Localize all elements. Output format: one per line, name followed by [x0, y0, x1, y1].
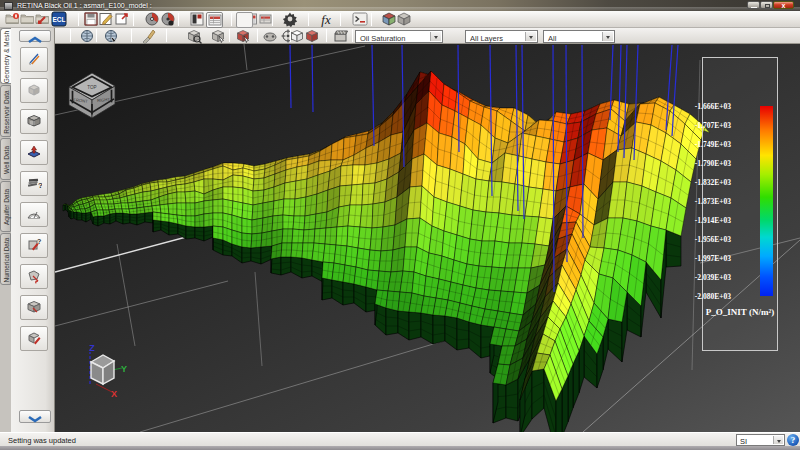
svg-text:?: ?: [37, 238, 41, 245]
svg-text:Z: Z: [89, 343, 95, 353]
svg-text:fx: fx: [321, 12, 331, 27]
svg-text:ECL: ECL: [53, 16, 66, 23]
svg-text:?: ?: [38, 181, 42, 190]
svg-text:Y: Y: [121, 364, 127, 374]
svg-text:X: X: [111, 389, 117, 399]
svg-text:TOP: TOP: [87, 85, 96, 90]
